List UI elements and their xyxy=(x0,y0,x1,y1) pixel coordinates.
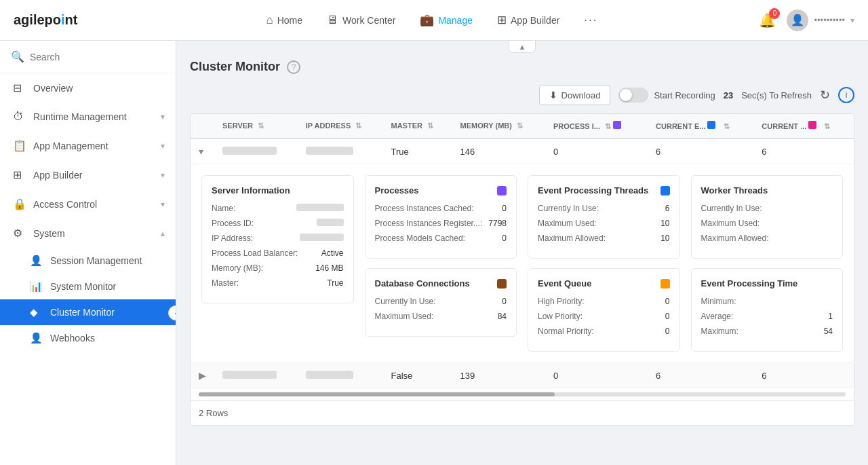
th-current-last[interactable]: CURRENT ... ⇅ xyxy=(753,114,854,138)
lock-icon: 🔒 xyxy=(13,198,26,210)
table-header: SERVER ⇅ IP ADDRESS ⇅ MASTER ⇅ xyxy=(191,114,854,138)
field-wt-in-use: Currently In Use: xyxy=(701,204,833,213)
worker-threads-title: Worker Threads xyxy=(701,185,768,196)
center-left-column: Processes Process Instances Cached: 0 xyxy=(365,175,517,352)
recording-toggle[interactable] xyxy=(618,88,648,103)
pid-redacted xyxy=(317,219,344,226)
notification-badge: 0 xyxy=(769,8,780,19)
collapse-arrow-button[interactable]: ▲ xyxy=(509,41,536,53)
app-mgmt-icon: 📋 xyxy=(13,139,26,152)
cluster-icon: ◆ xyxy=(30,306,43,318)
info-button[interactable]: i xyxy=(838,87,854,103)
event-queue-title: Event Queue xyxy=(538,278,591,289)
search-icon: 🔍 xyxy=(11,50,24,63)
cell-current-e-2: 6 xyxy=(648,363,753,388)
page-content: Cluster Monitor ? ⬇ Download Start Recor… xyxy=(176,41,868,439)
sidebar-app-mgmt-label: App Management xyxy=(33,141,154,151)
sidebar-cluster-label: Cluster Monitor xyxy=(50,307,115,318)
sidebar-system-label: System xyxy=(33,228,154,239)
th-process[interactable]: PROCESS I... ⇅ xyxy=(545,114,648,138)
nav-home[interactable]: ⌂ Home xyxy=(256,8,312,33)
cell-current-last-1: 6 xyxy=(753,138,854,164)
sidebar-item-webhooks[interactable]: 👤 Webhooks xyxy=(0,325,176,351)
nav-manage[interactable]: 💼 Manage xyxy=(410,7,482,33)
sidebar-item-session-management[interactable]: 👤 Session Management xyxy=(0,248,176,274)
sidebar-overview-label: Overview xyxy=(33,83,165,94)
cell-current-e-1: 6 xyxy=(648,138,753,164)
field-models-cached: Process Models Cached: 0 xyxy=(375,234,507,243)
nav-right: 🔔 0 👤 •••••••••• ▾ xyxy=(759,10,854,31)
user-menu[interactable]: 👤 •••••••••• ▾ xyxy=(787,10,854,31)
sidebar-item-system-monitor[interactable]: 📊 System Monitor xyxy=(0,274,176,299)
field-registered: Process Instances Register...: 7798 xyxy=(375,219,507,228)
toolbar: ⬇ Download Start Recording 23 Sec(s) To … xyxy=(190,85,854,105)
cell-process-1: 0 xyxy=(545,138,648,164)
sidebar-item-overview[interactable]: ⊟ Overview xyxy=(0,73,176,103)
chevron-down-icon: ▾ xyxy=(850,16,854,25)
nav-more[interactable]: ··· xyxy=(574,8,607,33)
nav-work-center-label: Work Center xyxy=(342,15,395,26)
notification-button[interactable]: 🔔 0 xyxy=(759,12,776,29)
chevron-right-icon-4: ▾ xyxy=(161,200,165,209)
db-connections-card: Database Connections Currently In Use: 0 xyxy=(365,268,517,337)
cell-ip-1 xyxy=(298,138,383,164)
th-server[interactable]: SERVER ⇅ xyxy=(214,114,298,138)
sidebar-sysmon-label: System Monitor xyxy=(50,281,116,292)
nav-manage-label: Manage xyxy=(438,15,473,26)
processes-title: Processes xyxy=(375,185,419,196)
processes-indicator xyxy=(497,186,507,196)
download-label: Download xyxy=(561,90,601,100)
nav-app-builder[interactable]: ⊞ App Builder xyxy=(488,7,569,33)
sort-icon-master: ⇅ xyxy=(427,122,433,130)
sort-icon-server: ⇅ xyxy=(258,122,264,130)
nav-work-center[interactable]: 🖥 Work Center xyxy=(317,8,405,33)
sidebar-session-label: Session Management xyxy=(50,255,142,266)
home-icon: ⌂ xyxy=(266,14,273,27)
nav-home-label: Home xyxy=(277,15,302,26)
more-icon: ··· xyxy=(584,14,597,27)
th-ip[interactable]: IP ADDRESS ⇅ xyxy=(298,114,383,138)
field-high-priority: High Priority: 0 xyxy=(538,297,670,306)
field-ept-max: Maximum: 54 xyxy=(701,327,833,336)
rows-count: 2 Rows xyxy=(191,401,854,425)
chevron-right-icon: ▾ xyxy=(161,112,165,122)
search-input[interactable] xyxy=(30,52,165,62)
event-threads-card: Event Processing Threads Currently In Us… xyxy=(528,175,680,259)
server-redacted-1 xyxy=(222,147,277,155)
table-row: ▾ True 146 0 6 6 xyxy=(191,138,854,164)
page-title: Cluster Monitor xyxy=(190,60,280,74)
field-evt-in-use: Currently In Use: 6 xyxy=(538,204,670,213)
field-cached: Process Instances Cached: 0 xyxy=(375,204,507,213)
sidebar-item-app-management[interactable]: 📋 App Management ▾ xyxy=(0,131,176,160)
sidebar-runtime-label: Runtime Management xyxy=(33,111,154,122)
horizontal-scrollbar[interactable] xyxy=(191,388,854,401)
event-proc-time-card: Event Processing Time Minimum: Aver xyxy=(691,268,844,352)
server-info-header: Server Information xyxy=(212,185,344,196)
expanded-detail-cell: Server Information Name: Process ID xyxy=(191,164,854,363)
sidebar-item-access-control[interactable]: 🔒 Access Control ▾ xyxy=(0,189,176,219)
sidebar-item-app-builder[interactable]: ⊞ App Builder ▾ xyxy=(0,160,176,189)
sidebar-item-system[interactable]: ⚙ System ▴ xyxy=(0,219,176,248)
field-low-priority: Low Priority: 0 xyxy=(538,312,670,321)
field-evt-max-allowed: Maximum Allowed: 10 xyxy=(538,234,670,243)
refresh-button[interactable]: ↻ xyxy=(820,88,830,103)
field-wt-max-used: Maximum Used: xyxy=(701,219,833,228)
th-current-e[interactable]: CURRENT E... ⇅ xyxy=(648,114,753,138)
help-icon[interactable]: ? xyxy=(287,60,300,74)
worker-threads-header: Worker Threads xyxy=(701,185,833,196)
sidebar-item-runtime-management[interactable]: ⏱ Runtime Management ▾ xyxy=(0,103,176,131)
expand-button-row2[interactable]: ▶ xyxy=(199,370,206,381)
briefcase-icon: 💼 xyxy=(420,13,434,27)
th-master[interactable]: MASTER ⇅ xyxy=(383,114,452,138)
chevron-up-icon: ▴ xyxy=(161,229,165,238)
sidebar-access-control-label: Access Control xyxy=(33,199,154,210)
download-button[interactable]: ⬇ Download xyxy=(539,85,611,105)
expand-button-row1[interactable]: ▾ xyxy=(199,146,203,157)
event-proc-time-title: Event Processing Time xyxy=(701,278,798,289)
chevron-right-icon-2: ▾ xyxy=(161,141,165,151)
th-memory[interactable]: MEMORY (MB) ⇅ xyxy=(452,114,545,138)
sort-icon-ip: ⇅ xyxy=(355,122,361,130)
sidebar-item-cluster-monitor[interactable]: ◆ Cluster Monitor xyxy=(0,299,176,325)
avatar: 👤 xyxy=(787,10,808,31)
field-wt-max-allowed: Maximum Allowed: xyxy=(701,234,833,243)
